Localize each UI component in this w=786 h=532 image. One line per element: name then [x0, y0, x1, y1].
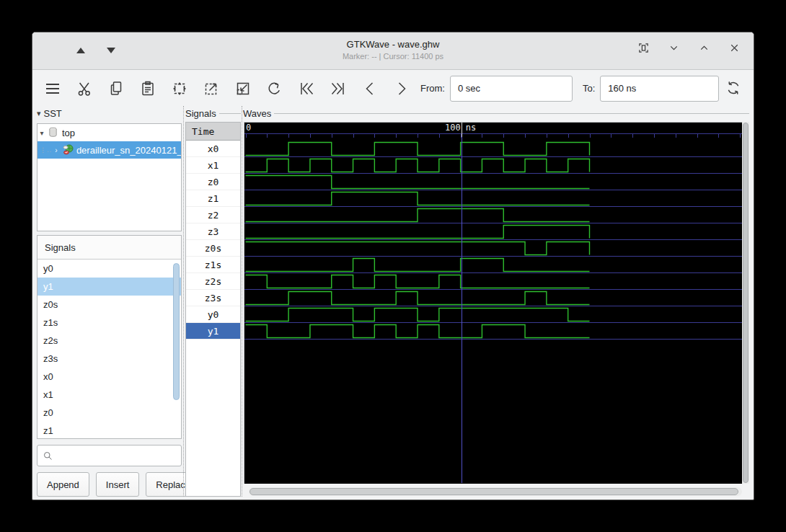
wave-name-x0[interactable]: x0 — [186, 141, 240, 157]
signal-search — [37, 445, 182, 466]
trace-x1 — [246, 159, 590, 172]
prev-edge-icon[interactable] — [361, 80, 379, 97]
trace-z1 — [246, 192, 590, 205]
signal-list-item-z1[interactable]: z1 — [37, 422, 181, 440]
pane-splitter-right[interactable] — [242, 106, 242, 497]
signal-list-item-z3s[interactable]: z3s — [37, 350, 181, 368]
wave-vertical-scrollbar[interactable] — [742, 122, 749, 484]
zoom-in-icon[interactable] — [203, 80, 220, 97]
trace-z3s — [246, 292, 590, 305]
database-icon — [48, 127, 59, 138]
trace-z1s — [246, 259, 590, 272]
wave-name-z1s[interactable]: z1s — [186, 257, 240, 273]
cut-icon[interactable] — [76, 80, 93, 97]
wave-name-z0[interactable]: z0 — [186, 174, 240, 190]
menu-icon[interactable] — [44, 80, 61, 97]
close-icon[interactable] — [726, 40, 742, 56]
signals-list-scrollbar[interactable] — [173, 263, 180, 400]
wave-horizontal-scrollbar[interactable] — [249, 487, 742, 496]
waves-panel: Waves 0100 ns — [243, 106, 749, 497]
chevron-down-icon[interactable]: ▾ — [37, 129, 46, 137]
time-header[interactable]: Time — [186, 123, 240, 141]
reload-icon[interactable] — [725, 79, 742, 97]
package-icon — [62, 144, 74, 156]
wave-name-z2s[interactable]: z2s — [186, 273, 240, 290]
wave-names-box: Time x0x1z0z1z2z3z0sz1sz2sz3sy0y1 — [185, 122, 241, 497]
svg-text:0: 0 — [246, 123, 251, 133]
from-label: From: — [420, 83, 445, 94]
pane-splitter-left[interactable] — [183, 106, 184, 497]
wave-name-y1[interactable]: y1 — [186, 323, 240, 340]
maximize-icon[interactable] — [696, 40, 712, 56]
signal-list-item-x0[interactable]: x0 — [37, 368, 181, 386]
signal-list-item-z0[interactable]: z0 — [37, 404, 181, 422]
wave-name-y0[interactable]: y0 — [186, 306, 240, 323]
undo-icon[interactable] — [266, 80, 283, 97]
wave-name-x1[interactable]: x1 — [186, 157, 240, 174]
chevron-right-icon[interactable]: › — [52, 146, 61, 154]
signal-list-item-y1[interactable]: y1 — [37, 278, 181, 296]
zoom-fit-icon[interactable] — [171, 80, 188, 97]
trace-z2 — [246, 209, 590, 222]
next-edge-icon[interactable] — [393, 80, 410, 97]
sidebar: ▾ SST ▾top⋮..›derailleur_sn_20240121_ Si… — [37, 106, 182, 500]
waveform-traces: 0100 ns — [244, 123, 742, 483]
signals-list: y0y1z0sz1sz2sz3sx0x1z0z1 — [37, 260, 181, 440]
frame-line — [274, 113, 749, 114]
copy-icon[interactable] — [107, 80, 125, 97]
signal-list-item-z0s[interactable]: z0s — [37, 296, 181, 314]
to-label: To: — [583, 83, 595, 94]
wave-name-z3s[interactable]: z3s — [186, 290, 240, 306]
frame-line — [219, 113, 241, 114]
wave-name-rows: x0x1z0z1z2z3z0sz1sz2sz3sy0y1 — [186, 141, 240, 340]
minimize-icon[interactable] — [666, 40, 681, 56]
gtkwave-window: GTKWave - wave.ghw Marker: -- | Cursor: … — [32, 32, 754, 500]
wave-name-z1[interactable]: z1 — [186, 190, 240, 207]
zoom-out-icon[interactable] — [234, 80, 252, 97]
wave-name-z0s[interactable]: z0s — [186, 240, 240, 257]
wave-name-z2[interactable]: z2 — [186, 207, 240, 223]
signals-panel: Signals y0y1z0sz1sz2sz3sx0x1z0z1 — [37, 235, 182, 439]
action-buttons: Append Insert Replace — [37, 472, 200, 497]
wave-names-column: Signals Time x0x1z0z1z2z3z0sz1sz2sz3sy0y… — [185, 106, 241, 497]
trace-z0s — [246, 242, 590, 255]
paste-icon[interactable] — [139, 80, 156, 97]
trace-z2s — [246, 275, 590, 288]
trace-y1 — [246, 325, 590, 338]
trace-z3 — [246, 226, 590, 239]
sst-header[interactable]: ▾ SST — [37, 106, 182, 120]
go-end-icon[interactable] — [330, 80, 347, 97]
signal-list-item-x1[interactable]: x1 — [37, 386, 181, 404]
trace-y0 — [246, 309, 590, 322]
sst-tree: ▾top⋮..›derailleur_sn_20240121_ — [37, 123, 182, 231]
signal-list-item-z1s[interactable]: z1s — [37, 314, 181, 332]
wave-names-frame-label: Signals — [185, 108, 216, 119]
signal-list-item-y0[interactable]: y0 — [37, 260, 181, 278]
wave-canvas[interactable]: 0100 ns — [244, 122, 742, 484]
tree-item-label: derailleur_sn_20240121_ — [76, 145, 181, 156]
scrollbar-thumb[interactable] — [250, 488, 738, 495]
tree-guide: ⋮.. — [40, 146, 52, 154]
sst-label: SST — [44, 108, 62, 119]
toolbar-icon-group — [32, 80, 410, 97]
tree-item-derailleur-sn-20240121-[interactable]: ⋮..›derailleur_sn_20240121_ — [37, 141, 181, 159]
from-input[interactable] — [450, 76, 573, 102]
append-button[interactable]: Append — [37, 472, 89, 497]
tree-item-label: top — [62, 128, 75, 138]
scrollbar-thumb[interactable] — [743, 123, 749, 483]
search-input[interactable] — [53, 445, 181, 466]
trace-x0 — [246, 143, 590, 156]
waves-frame-label: Waves — [243, 108, 271, 119]
toolbar: From: To: — [32, 71, 754, 106]
insert-button[interactable]: Insert — [96, 472, 140, 497]
titlebar: GTKWave - wave.ghw Marker: -- | Cursor: … — [32, 32, 754, 70]
fit-window-icon[interactable] — [635, 40, 651, 56]
go-start-icon[interactable] — [298, 80, 315, 97]
tree-item-top[interactable]: ▾top — [37, 124, 181, 141]
svg-text:100 ns: 100 ns — [445, 123, 476, 133]
signal-list-item-z2s[interactable]: z2s — [37, 332, 181, 350]
to-input[interactable] — [600, 76, 719, 102]
chevron-down-icon: ▾ — [37, 109, 41, 118]
signals-panel-header: Signals — [37, 236, 181, 260]
wave-name-z3[interactable]: z3 — [186, 223, 240, 240]
